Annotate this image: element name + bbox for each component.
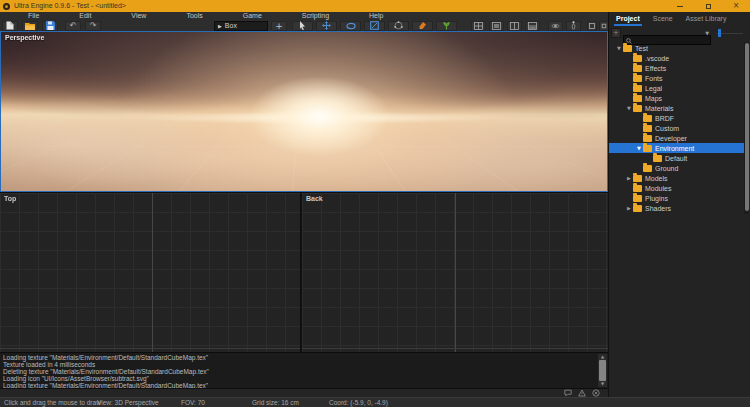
viewport-back[interactable]: Back: [302, 193, 608, 352]
menu-tools[interactable]: Tools: [166, 12, 222, 20]
viewport-top-label: Top: [4, 195, 16, 202]
tree-item-label: .vscode: [645, 55, 669, 62]
tree-item-vscode[interactable]: .vscode: [609, 53, 745, 63]
layout-four-pane-button[interactable]: [471, 21, 486, 31]
folder-icon: [643, 165, 652, 172]
restore-viewport-button[interactable]: [599, 21, 608, 31]
console-lines: Loading texture "Materials/Environment/D…: [3, 354, 596, 388]
scale-box-icon: [370, 21, 379, 30]
tree-scrollbar[interactable]: [744, 42, 749, 214]
redo-button[interactable]: ↷: [85, 21, 101, 31]
hollow-square-icon: [589, 23, 595, 29]
tree-item-plugins[interactable]: Plugins: [609, 193, 745, 203]
tree-item-label: Custom: [655, 125, 679, 132]
errors-filter-button[interactable]: [592, 389, 600, 397]
layout-two-column-button[interactable]: [507, 21, 522, 31]
back-axis-line-h: [302, 348, 608, 349]
tree-item-label: Materials: [645, 105, 673, 112]
maximize-button[interactable]: [694, 0, 722, 12]
close-button[interactable]: ×: [722, 0, 750, 12]
open-button[interactable]: [22, 21, 38, 31]
tree-expander-icon[interactable]: ▶: [625, 173, 633, 183]
folder-tree: ▼Test.vscodeEffectsFontsLegalMaps▼Materi…: [609, 40, 745, 397]
tree-expander-icon[interactable]: ▼: [625, 103, 633, 113]
console-scrollbar[interactable]: ▲ ▼: [598, 354, 607, 387]
edit-tool-button[interactable]: [388, 21, 409, 31]
small-square-icon: [601, 23, 607, 29]
filter-button[interactable]: +: [611, 28, 621, 38]
tree-expander-icon[interactable]: ▶: [625, 203, 633, 213]
tree-item-shaders[interactable]: ▶Shaders: [609, 203, 745, 213]
tree-item-label: Developer: [655, 135, 687, 142]
tree-item-maps[interactable]: Maps: [609, 93, 745, 103]
select-tool-button[interactable]: [292, 21, 313, 31]
viewport-top[interactable]: Top: [0, 193, 302, 352]
tree-item-test[interactable]: ▼Test: [609, 43, 745, 53]
primitive-dropdown[interactable]: ▶ Box: [214, 21, 268, 31]
layout-single-pane-button[interactable]: [489, 21, 504, 31]
tab-scene[interactable]: Scene: [653, 13, 673, 25]
search-dropdown-icon[interactable]: ▼: [705, 30, 709, 36]
tree-item-developer[interactable]: Developer: [609, 133, 745, 143]
menu-view[interactable]: View: [111, 12, 166, 20]
orbit-view-button[interactable]: [548, 21, 563, 31]
slider-handle[interactable]: [718, 29, 721, 37]
tree-item-environment[interactable]: ▼Environment: [609, 143, 745, 153]
minimize-button[interactable]: [666, 0, 694, 12]
tree-scrollbar-thumb[interactable]: [745, 43, 749, 211]
tree-item-default[interactable]: Default: [609, 153, 745, 163]
save-icon: [46, 21, 55, 30]
tree-item-brdf[interactable]: BRDF: [609, 113, 745, 123]
walk-view-button[interactable]: [566, 21, 581, 31]
titlebar[interactable]: Ultra Engine 0.9.6 - Test - <untitled> ×: [0, 0, 750, 12]
redo-icon: ↷: [90, 22, 97, 30]
tree-item-materials[interactable]: ▼Materials: [609, 103, 745, 113]
new-button[interactable]: [2, 21, 18, 31]
wireframe-sphere-icon: [394, 21, 403, 30]
status-item-2: FOV: 70: [181, 398, 205, 407]
warnings-filter-button[interactable]: [578, 389, 586, 397]
plus-icon: +: [275, 22, 283, 30]
viewport-perspective[interactable]: Perspective: [0, 31, 608, 192]
thumbnail-size-slider[interactable]: [717, 28, 745, 38]
maximize-viewport-button[interactable]: [587, 21, 597, 31]
rotate-tool-button[interactable]: [340, 21, 361, 31]
tree-item-legal[interactable]: Legal: [609, 83, 745, 93]
cursor-icon: [299, 21, 306, 30]
vegetation-tool-button[interactable]: [436, 21, 457, 31]
add-object-button[interactable]: +: [271, 21, 287, 31]
tree-item-ground[interactable]: Ground: [609, 163, 745, 173]
paint-tool-button[interactable]: [412, 21, 433, 31]
tree-item-custom[interactable]: Custom: [609, 123, 745, 133]
menu-scripting[interactable]: Scripting: [282, 12, 349, 20]
undo-button[interactable]: ↶: [65, 21, 81, 31]
tree-item-models[interactable]: ▶Models: [609, 173, 745, 183]
tab-asset-library[interactable]: Asset Library: [686, 13, 727, 25]
tree-expander-icon[interactable]: ▼: [635, 143, 643, 153]
tree-item-modules[interactable]: Modules: [609, 183, 745, 193]
folder-icon: [653, 155, 662, 162]
back-axis-line: [455, 193, 456, 352]
layout-two-row-button[interactable]: [525, 21, 540, 31]
status-item-4: Coord: (-5.9, 0, -4.9): [329, 398, 388, 407]
orbit-icon: [551, 22, 560, 30]
menu-edit[interactable]: Edit: [59, 12, 111, 20]
scrollbar-thumb[interactable]: [599, 360, 606, 381]
folder-icon: [633, 85, 642, 92]
save-button[interactable]: [42, 21, 58, 31]
tree-item-effects[interactable]: Effects: [609, 63, 745, 73]
menu-file[interactable]: File: [8, 12, 59, 20]
tree-item-fonts[interactable]: Fonts: [609, 73, 745, 83]
folder-icon: [633, 205, 642, 212]
tree-expander-icon[interactable]: ▼: [615, 43, 623, 53]
tree-item-label: Ground: [655, 165, 678, 172]
tree-item-label: Effects: [645, 65, 666, 72]
messages-filter-button[interactable]: [564, 389, 572, 397]
menu-game[interactable]: Game: [223, 12, 282, 20]
top-axis-line: [152, 193, 153, 352]
scale-tool-button[interactable]: [364, 21, 385, 31]
menu-help[interactable]: Help: [349, 12, 403, 20]
move-tool-button[interactable]: [316, 21, 337, 31]
tab-project[interactable]: Project: [616, 13, 640, 25]
scroll-down-icon[interactable]: ▼: [598, 381, 607, 387]
